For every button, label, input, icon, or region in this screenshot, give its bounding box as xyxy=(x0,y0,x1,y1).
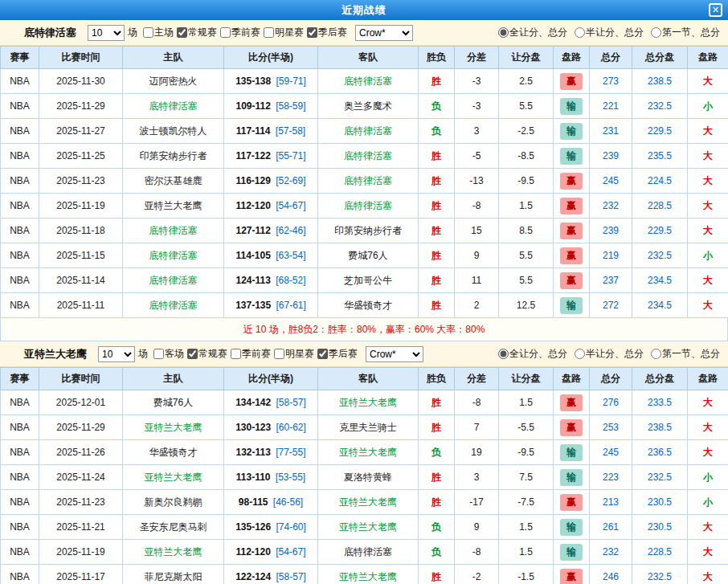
handicap-result-cell: 赢 xyxy=(554,565,590,584)
column-header: 赛事 xyxy=(1,47,39,69)
away-team-cell: 底特律活塞 xyxy=(318,119,419,144)
total-line-cell: 228.5 xyxy=(632,540,688,565)
handicap-result-cell: 赢 xyxy=(554,268,590,293)
date-cell: 2025-11-19 xyxy=(39,540,123,565)
league-cell: NBA xyxy=(1,415,39,440)
column-header: 盘路 xyxy=(554,368,590,390)
checkbox-input[interactable] xyxy=(231,349,241,359)
total-line-cell: 230.5 xyxy=(632,515,688,540)
handicap-line-cell: 2.5 xyxy=(499,69,554,94)
filter-checkbox-3[interactable]: 明星赛 xyxy=(264,26,304,39)
checkbox-input[interactable] xyxy=(143,27,153,38)
away-team-cell: 亚特兰大老鹰 xyxy=(318,515,419,540)
filter-checkbox-0[interactable]: 客场 xyxy=(153,347,184,361)
games-count-select[interactable]: 10 xyxy=(88,25,125,41)
handicap-result-cell: 赢 xyxy=(554,218,590,243)
column-header: 胜负 xyxy=(419,47,455,69)
radio-label: 全让分、总分 xyxy=(509,26,567,39)
handicap-result-badge: 输 xyxy=(560,123,583,140)
handicap-line-cell: -9.5 xyxy=(499,169,554,194)
odds-company-select[interactable]: Crow* xyxy=(366,346,423,362)
handicap-line-cell: -2.5 xyxy=(499,119,554,144)
radio-label: 半让分、总分 xyxy=(586,347,644,361)
handicap-result-cell: 输 xyxy=(554,515,590,540)
handicap-line-cell: 1.5 xyxy=(499,540,554,565)
home-team-cell: 底特律活塞 xyxy=(123,218,224,243)
over-under-cell: 大 xyxy=(688,144,728,169)
win-loss-cell: 胜 xyxy=(419,218,455,243)
half-score: [54-67] xyxy=(276,546,305,557)
away-team-cell: 印第安纳步行者 xyxy=(318,218,419,243)
radio-option-0[interactable]: 全让分、总分 xyxy=(498,347,567,361)
win-loss-cell: 胜 xyxy=(419,144,455,169)
column-header: 总分 xyxy=(590,47,632,69)
over-under-cell: 小 xyxy=(688,94,728,119)
over-under-cell: 大 xyxy=(688,540,728,565)
total-points-cell: 221 xyxy=(590,94,632,119)
filter-checkbox-1[interactable]: 常规赛 xyxy=(177,26,217,39)
checkbox-input[interactable] xyxy=(307,27,317,38)
final-score: 98-115 xyxy=(239,496,268,508)
total-points-cell: 237 xyxy=(590,268,632,293)
checkbox-input[interactable] xyxy=(187,349,198,359)
radio-option-1[interactable]: 半让分、总分 xyxy=(575,347,644,361)
column-header: 总分盘 xyxy=(632,47,688,69)
column-header: 让分盘 xyxy=(499,368,554,390)
point-diff-cell: -8 xyxy=(455,390,499,415)
league-cell: NBA xyxy=(1,490,39,515)
radio-option-0[interactable]: 全让分、总分 xyxy=(498,26,567,39)
league-cell: NBA xyxy=(1,169,39,194)
handicap-result-badge: 输 xyxy=(560,98,583,115)
radio-input[interactable] xyxy=(498,349,509,359)
checkbox-input[interactable] xyxy=(220,27,231,38)
home-team-cell: 波士顿凯尔特人 xyxy=(123,119,224,144)
radio-input[interactable] xyxy=(575,349,585,359)
checkbox-input[interactable] xyxy=(317,349,328,359)
final-score: 112-120 xyxy=(235,200,270,211)
away-team-cell: 芝加哥公牛 xyxy=(318,268,419,293)
point-diff-cell: 3 xyxy=(455,465,499,490)
radio-input[interactable] xyxy=(498,27,509,38)
point-diff-cell: 15 xyxy=(455,218,499,243)
filter-checkbox-3[interactable]: 明星赛 xyxy=(274,347,314,361)
odds-company-select[interactable]: Crow* xyxy=(355,25,413,41)
final-score: 130-123 xyxy=(235,422,271,433)
checkbox-input[interactable] xyxy=(264,27,274,38)
half-score: [62-46] xyxy=(276,225,305,236)
final-score: 114-105 xyxy=(235,250,270,261)
away-team-cell: 底特律活塞 xyxy=(318,194,419,218)
filter-checkbox-0[interactable]: 主场 xyxy=(143,26,174,39)
score-cell: 116-129 [52-69] xyxy=(224,169,318,194)
checkbox-label: 客场 xyxy=(165,347,184,361)
radio-option-2[interactable]: 第一节、总分 xyxy=(651,26,720,39)
handicap-result-cell: 输 xyxy=(554,144,590,169)
checkbox-label: 明星赛 xyxy=(275,26,304,39)
checkbox-input[interactable] xyxy=(274,349,284,359)
filter-checkbox-2[interactable]: 季前赛 xyxy=(231,347,271,361)
radio-input[interactable] xyxy=(651,27,661,38)
radio-option-2[interactable]: 第一节、总分 xyxy=(651,347,720,361)
over-under-cell: 小 xyxy=(688,243,728,268)
league-cell: NBA xyxy=(1,94,39,119)
radio-input[interactable] xyxy=(651,349,661,359)
checkbox-input[interactable] xyxy=(177,27,187,38)
games-suffix-label: 场 xyxy=(128,26,137,39)
total-points-cell: 253 xyxy=(590,415,632,440)
team-name: 亚特兰大老鹰 xyxy=(24,347,87,361)
league-cell: NBA xyxy=(1,440,39,465)
radio-option-1[interactable]: 半让分、总分 xyxy=(575,26,644,39)
total-points-cell: 232 xyxy=(590,540,632,565)
score-cell: 109-112 [58-59] xyxy=(224,94,318,119)
filter-checkbox-1[interactable]: 常规赛 xyxy=(187,347,227,361)
point-diff-cell: 9 xyxy=(455,243,499,268)
filter-checkbox-4[interactable]: 季后赛 xyxy=(307,26,347,39)
radio-input[interactable] xyxy=(575,27,585,38)
games-count-select[interactable]: 10 xyxy=(98,346,135,362)
handicap-line-cell: 8.5 xyxy=(499,218,554,243)
checkbox-input[interactable] xyxy=(153,349,164,359)
filter-checkbox-4[interactable]: 季后赛 xyxy=(317,347,358,361)
total-line-cell: 228.5 xyxy=(632,194,688,218)
filter-checkbox-2[interactable]: 季前赛 xyxy=(220,26,260,39)
win-loss-cell: 胜 xyxy=(419,293,455,318)
close-icon[interactable]: ✕ xyxy=(709,3,722,17)
